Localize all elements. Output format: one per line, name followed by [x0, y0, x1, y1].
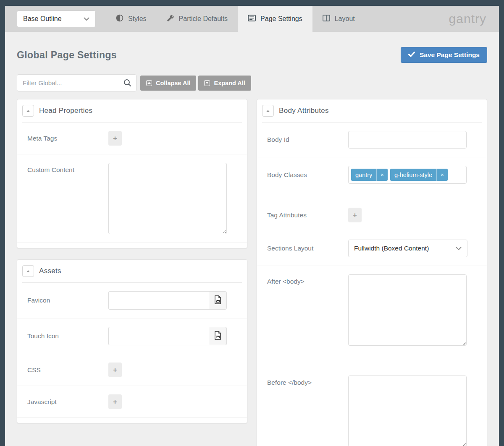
top-navigation-bar: Base Outline Styles Particle Defaults — [5, 6, 499, 32]
tag-attributes-field: Tag Attributes + — [257, 199, 487, 231]
tab-label: Styles — [128, 15, 147, 23]
tab-particle-defaults[interactable]: Particle Defaults — [157, 6, 238, 32]
field-label: Body Classes — [267, 171, 348, 179]
favicon-field: Favicon — [17, 283, 247, 318]
field-label: After <body> — [267, 278, 348, 285]
wrench-icon — [167, 14, 174, 23]
sections-layout-select[interactable]: Fullwidth (Boxed Content) — [348, 240, 467, 257]
outline-selector[interactable]: Base Outline — [17, 10, 96, 27]
app-frame: Base Outline Styles Particle Defaults — [5, 6, 499, 446]
add-meta-tag-button[interactable]: + — [108, 131, 122, 146]
assets-panel: Assets Favicon — [17, 259, 247, 423]
tab-page-settings[interactable]: Page Settings — [238, 6, 312, 32]
page-list-icon — [248, 15, 256, 23]
after-body-textarea[interactable] — [348, 274, 467, 346]
field-label: CSS — [27, 366, 108, 374]
before-body-textarea[interactable] — [348, 376, 467, 446]
custom-content-textarea[interactable] — [108, 163, 227, 234]
check-icon — [408, 51, 415, 59]
field-label: Custom Content — [27, 166, 108, 174]
panel-title: Assets — [39, 267, 61, 275]
image-file-icon — [214, 295, 221, 305]
pick-image-button[interactable] — [209, 327, 227, 345]
search-icon — [123, 79, 131, 89]
tab-label: Page Settings — [260, 15, 302, 23]
panel-title: Body Attributes — [279, 107, 329, 115]
after-body-field: After <body> — [257, 266, 487, 367]
tab-styles[interactable]: Styles — [106, 6, 157, 32]
expand-all-label: Expand All — [214, 80, 245, 86]
before-body-field: Before </body> — [257, 367, 487, 446]
tab-layout[interactable]: Layout — [312, 6, 365, 32]
caret-up-icon — [26, 110, 30, 112]
body-classes-input[interactable]: gantry×g-helium-style× — [348, 166, 467, 184]
custom-content-field: Custom Content — [17, 154, 247, 243]
save-page-settings-button[interactable]: Save Page Settings — [401, 47, 487, 63]
panel-title: Head Properties — [39, 107, 92, 115]
outline-selector-value: Base Outline — [23, 15, 62, 23]
gantry-logo: gantry — [449, 12, 486, 26]
head-properties-panel: Head Properties Meta Tags + Custom Conte… — [17, 99, 247, 248]
favicon-input[interactable] — [108, 291, 209, 310]
field-label: Favicon — [27, 297, 108, 304]
collapse-panel-button[interactable] — [262, 105, 274, 117]
image-file-icon — [214, 331, 221, 341]
tab-bar: Styles Particle Defaults Page Settings L… — [106, 6, 365, 32]
javascript-field: Javascript + — [17, 386, 247, 418]
add-javascript-button[interactable]: + — [108, 394, 122, 409]
collapse-panel-button[interactable] — [22, 105, 34, 117]
chevron-down-icon — [456, 245, 462, 252]
caret-square-down-icon — [204, 80, 210, 86]
collapse-all-label: Collapse All — [156, 80, 190, 86]
body-classes-field: Body Classes gantry×g-helium-style× — [257, 157, 487, 199]
body-id-field: Body Id — [257, 123, 487, 157]
field-label: Javascript — [27, 398, 108, 406]
body-attributes-panel: Body Attributes Body Id Body Classes gan… — [257, 99, 487, 446]
body-class-tag: gantry× — [351, 169, 388, 181]
tag-remove-icon[interactable]: × — [436, 169, 448, 181]
field-label: Tag Attributes — [267, 211, 348, 219]
add-tag-attribute-button[interactable]: + — [348, 208, 362, 222]
tab-label: Particle Defaults — [179, 15, 228, 23]
layout-columns-icon — [323, 15, 330, 23]
contrast-icon — [116, 14, 123, 23]
page-title: Global Page Settings — [17, 50, 117, 61]
field-label: Body Id — [267, 136, 348, 143]
tab-label: Layout — [335, 15, 355, 23]
caret-up-icon — [26, 270, 30, 272]
caret-square-up-icon — [146, 80, 152, 86]
main-content: Global Page Settings Save Page Settings … — [5, 32, 499, 446]
body-class-tag: g-helium-style× — [390, 169, 448, 181]
field-label: Meta Tags — [27, 135, 108, 142]
css-field: CSS + — [17, 354, 247, 386]
touch-icon-field: Touch Icon — [17, 318, 247, 354]
filter-global-input[interactable] — [17, 74, 136, 91]
caret-up-icon — [266, 110, 270, 112]
collapse-all-button[interactable]: Collapse All — [140, 76, 196, 91]
add-css-button[interactable]: + — [108, 363, 122, 377]
save-button-label: Save Page Settings — [420, 51, 480, 59]
field-label: Before </body> — [267, 379, 348, 386]
pick-image-button[interactable] — [209, 291, 227, 310]
chevron-down-icon — [84, 15, 89, 23]
tag-label: g-helium-style — [390, 172, 436, 178]
meta-tags-field: Meta Tags + — [17, 123, 247, 154]
field-label: Sections Layout — [267, 245, 348, 252]
touch-icon-input[interactable] — [108, 327, 209, 345]
tag-label: gantry — [351, 172, 376, 178]
collapse-panel-button[interactable] — [22, 265, 34, 277]
tag-remove-icon[interactable]: × — [376, 169, 388, 181]
select-value: Fullwidth (Boxed Content) — [354, 245, 429, 252]
field-label: Touch Icon — [27, 332, 108, 340]
sections-layout-field: Sections Layout Fullwidth (Boxed Content… — [257, 231, 487, 266]
body-id-input[interactable] — [348, 131, 467, 149]
expand-all-button[interactable]: Expand All — [198, 76, 251, 91]
